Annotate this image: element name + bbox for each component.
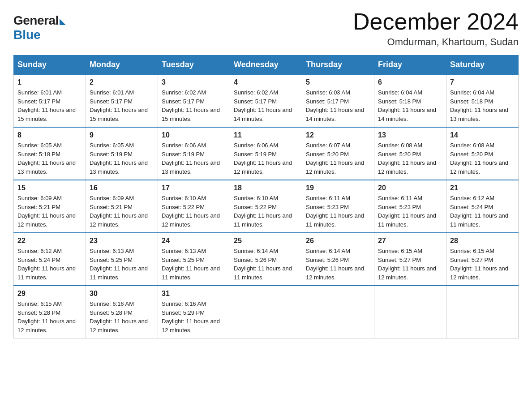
calendar-cell: 8 Sunrise: 6:05 AMSunset: 5:18 PMDayligh… <box>14 127 86 180</box>
day-info: Sunrise: 6:15 AMSunset: 5:28 PMDaylight:… <box>17 300 82 334</box>
calendar-cell <box>230 286 302 338</box>
day-header-thursday: Thursday <box>302 56 374 75</box>
day-info: Sunrise: 6:12 AMSunset: 5:24 PMDaylight:… <box>17 247 82 282</box>
day-info: Sunrise: 6:06 AMSunset: 5:19 PMDaylight:… <box>234 141 298 176</box>
day-info: Sunrise: 6:13 AMSunset: 5:25 PMDaylight:… <box>90 247 154 282</box>
day-info: Sunrise: 6:11 AMSunset: 5:23 PMDaylight:… <box>306 194 370 229</box>
calendar-cell: 31 Sunrise: 6:16 AMSunset: 5:29 PMDaylig… <box>158 286 230 338</box>
day-number: 27 <box>378 237 442 245</box>
calendar-table: SundayMondayTuesdayWednesdayThursdayFrid… <box>13 55 519 338</box>
day-info: Sunrise: 6:08 AMSunset: 5:20 PMDaylight:… <box>378 141 442 176</box>
day-number: 20 <box>378 184 442 192</box>
day-info: Sunrise: 6:15 AMSunset: 5:27 PMDaylight:… <box>450 247 515 282</box>
day-info: Sunrise: 6:01 AMSunset: 5:17 PMDaylight:… <box>17 88 82 123</box>
day-info: Sunrise: 6:05 AMSunset: 5:18 PMDaylight:… <box>17 141 82 176</box>
day-number: 9 <box>90 131 154 139</box>
day-number: 29 <box>17 290 82 298</box>
calendar-cell: 20 Sunrise: 6:11 AMSunset: 5:23 PMDaylig… <box>374 180 446 233</box>
day-info: Sunrise: 6:04 AMSunset: 5:18 PMDaylight:… <box>378 88 442 123</box>
calendar-cell: 30 Sunrise: 6:16 AMSunset: 5:28 PMDaylig… <box>86 286 158 338</box>
day-header-saturday: Saturday <box>446 56 519 75</box>
calendar-cell: 1 Sunrise: 6:01 AMSunset: 5:17 PMDayligh… <box>14 74 86 127</box>
calendar-cell: 6 Sunrise: 6:04 AMSunset: 5:18 PMDayligh… <box>374 74 446 127</box>
day-number: 4 <box>234 78 298 86</box>
day-header-monday: Monday <box>86 56 158 75</box>
calendar-week-row: 1 Sunrise: 6:01 AMSunset: 5:17 PMDayligh… <box>14 74 519 127</box>
day-info: Sunrise: 6:14 AMSunset: 5:26 PMDaylight:… <box>234 247 298 282</box>
day-number: 7 <box>450 78 515 86</box>
day-info: Sunrise: 6:07 AMSunset: 5:20 PMDaylight:… <box>306 141 370 176</box>
calendar-cell <box>446 286 519 338</box>
day-info: Sunrise: 6:11 AMSunset: 5:23 PMDaylight:… <box>378 194 442 229</box>
day-number: 1 <box>17 78 82 86</box>
day-number: 28 <box>450 237 515 245</box>
day-info: Sunrise: 6:13 AMSunset: 5:25 PMDaylight:… <box>162 247 226 282</box>
month-year-title: December 2024 <box>353 9 519 34</box>
day-number: 19 <box>306 184 370 192</box>
day-number: 30 <box>90 290 154 298</box>
day-number: 18 <box>234 184 298 192</box>
logo: General Blue <box>13 13 66 42</box>
day-number: 31 <box>162 290 226 298</box>
calendar-cell: 28 Sunrise: 6:15 AMSunset: 5:27 PMDaylig… <box>446 233 519 286</box>
calendar-cell: 10 Sunrise: 6:06 AMSunset: 5:19 PMDaylig… <box>158 127 230 180</box>
calendar-cell: 3 Sunrise: 6:02 AMSunset: 5:17 PMDayligh… <box>158 74 230 127</box>
day-number: 24 <box>162 237 226 245</box>
calendar-cell <box>374 286 446 338</box>
calendar-cell: 5 Sunrise: 6:03 AMSunset: 5:17 PMDayligh… <box>302 74 374 127</box>
day-info: Sunrise: 6:12 AMSunset: 5:24 PMDaylight:… <box>450 194 515 229</box>
calendar-cell <box>302 286 374 338</box>
day-number: 14 <box>450 131 515 139</box>
day-number: 12 <box>306 131 370 139</box>
page-header: General Blue December 2024 Omdurman, Kha… <box>13 9 519 48</box>
day-number: 6 <box>378 78 442 86</box>
calendar-cell: 14 Sunrise: 6:08 AMSunset: 5:20 PMDaylig… <box>446 127 519 180</box>
day-number: 17 <box>162 184 226 192</box>
calendar-cell: 13 Sunrise: 6:08 AMSunset: 5:20 PMDaylig… <box>374 127 446 180</box>
day-header-sunday: Sunday <box>14 56 86 75</box>
day-info: Sunrise: 6:15 AMSunset: 5:27 PMDaylight:… <box>378 247 442 282</box>
logo-arrow-icon <box>60 19 66 25</box>
calendar-cell: 26 Sunrise: 6:14 AMSunset: 5:26 PMDaylig… <box>302 233 374 286</box>
day-number: 3 <box>162 78 226 86</box>
day-number: 5 <box>306 78 370 86</box>
calendar-cell: 23 Sunrise: 6:13 AMSunset: 5:25 PMDaylig… <box>86 233 158 286</box>
title-block: December 2024 Omdurman, Khartoum, Sudan <box>353 9 519 48</box>
calendar-cell: 22 Sunrise: 6:12 AMSunset: 5:24 PMDaylig… <box>14 233 86 286</box>
calendar-cell: 9 Sunrise: 6:05 AMSunset: 5:19 PMDayligh… <box>86 127 158 180</box>
day-info: Sunrise: 6:04 AMSunset: 5:18 PMDaylight:… <box>450 88 515 123</box>
calendar-cell: 4 Sunrise: 6:02 AMSunset: 5:17 PMDayligh… <box>230 74 302 127</box>
day-number: 8 <box>17 131 82 139</box>
day-number: 13 <box>378 131 442 139</box>
calendar-week-row: 15 Sunrise: 6:09 AMSunset: 5:21 PMDaylig… <box>14 180 519 233</box>
day-number: 21 <box>450 184 515 192</box>
day-info: Sunrise: 6:05 AMSunset: 5:19 PMDaylight:… <box>90 141 154 176</box>
day-number: 10 <box>162 131 226 139</box>
day-info: Sunrise: 6:06 AMSunset: 5:19 PMDaylight:… <box>162 141 226 176</box>
day-number: 26 <box>306 237 370 245</box>
calendar-cell: 29 Sunrise: 6:15 AMSunset: 5:28 PMDaylig… <box>14 286 86 338</box>
calendar-week-row: 22 Sunrise: 6:12 AMSunset: 5:24 PMDaylig… <box>14 233 519 286</box>
day-info: Sunrise: 6:09 AMSunset: 5:21 PMDaylight:… <box>90 194 154 229</box>
logo-general-text: General <box>13 13 59 28</box>
calendar-cell: 7 Sunrise: 6:04 AMSunset: 5:18 PMDayligh… <box>446 74 519 127</box>
calendar-cell: 2 Sunrise: 6:01 AMSunset: 5:17 PMDayligh… <box>86 74 158 127</box>
day-number: 2 <box>90 78 154 86</box>
day-info: Sunrise: 6:16 AMSunset: 5:28 PMDaylight:… <box>90 300 154 334</box>
day-info: Sunrise: 6:02 AMSunset: 5:17 PMDaylight:… <box>162 88 226 123</box>
day-number: 16 <box>90 184 154 192</box>
day-info: Sunrise: 6:08 AMSunset: 5:20 PMDaylight:… <box>450 141 515 176</box>
calendar-cell: 12 Sunrise: 6:07 AMSunset: 5:20 PMDaylig… <box>302 127 374 180</box>
location-subtitle: Omdurman, Khartoum, Sudan <box>353 36 519 48</box>
day-info: Sunrise: 6:10 AMSunset: 5:22 PMDaylight:… <box>162 194 226 229</box>
day-number: 23 <box>90 237 154 245</box>
calendar-cell: 27 Sunrise: 6:15 AMSunset: 5:27 PMDaylig… <box>374 233 446 286</box>
day-number: 22 <box>17 237 82 245</box>
calendar-cell: 16 Sunrise: 6:09 AMSunset: 5:21 PMDaylig… <box>86 180 158 233</box>
calendar-week-row: 29 Sunrise: 6:15 AMSunset: 5:28 PMDaylig… <box>14 286 519 338</box>
day-header-wednesday: Wednesday <box>230 56 302 75</box>
day-info: Sunrise: 6:02 AMSunset: 5:17 PMDaylight:… <box>234 88 298 123</box>
logo-blue-text: Blue <box>13 28 41 42</box>
calendar-cell: 11 Sunrise: 6:06 AMSunset: 5:19 PMDaylig… <box>230 127 302 180</box>
calendar-cell: 24 Sunrise: 6:13 AMSunset: 5:25 PMDaylig… <box>158 233 230 286</box>
